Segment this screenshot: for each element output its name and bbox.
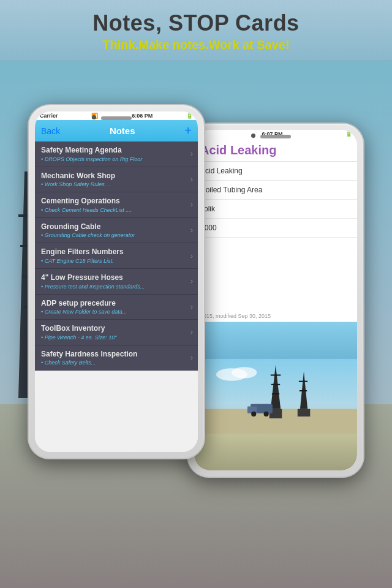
chevron-right-icon: › [190, 252, 193, 260]
detail-meta: 2015, modified Sep 30, 2015 [194, 311, 357, 322]
carrier-label: Carrier [40, 113, 58, 119]
left-phone-screen: Carrier 📶 6:06 PM 🔋 Back Notes + Safety … [35, 111, 198, 452]
phone-camera-left [92, 115, 96, 119]
detail-fields: Acid LeakingCoiled Tubing AreaTolik5000 [194, 162, 357, 311]
phone-camera-right [251, 134, 255, 138]
chevron-right-icon: › [190, 328, 193, 336]
left-nav-bar: Back Notes + [35, 120, 198, 141]
note-subtitle-0: • DROPS Objects inspection on Rig Floor [41, 156, 181, 162]
note-subtitle-6: • Create New Folder to save data... [41, 309, 181, 315]
note-subtitle-5: • Pressure test and Inspection standards… [41, 284, 181, 290]
detail-field-1: Coiled Tubing Area [194, 181, 357, 200]
app-title: Notes, STOP Cards [6, 11, 386, 36]
note-item-0[interactable]: Safety Meeting Agenda • DROPS Objects in… [35, 141, 198, 167]
nav-title: Notes [110, 126, 135, 136]
note-subtitle-8: • Check Safety Belts... [41, 360, 181, 366]
chevron-right-icon: › [190, 277, 193, 285]
detail-field-3: 5000 [194, 219, 357, 238]
back-button[interactable]: Back [41, 126, 60, 136]
left-phone: Carrier 📶 6:06 PM 🔋 Back Notes + Safety … [28, 104, 205, 459]
svg-rect-22 [271, 374, 281, 375]
note-item-1[interactable]: Mechanic Work Shop • Work Shop Safety Ru… [35, 167, 198, 193]
note-title-7: ToolBox Inventory [41, 324, 181, 334]
chevron-right-icon: › [190, 226, 193, 235]
note-item-2[interactable]: Cementing Operations • Check Cement Head… [35, 192, 198, 218]
note-item-7[interactable]: ToolBox Inventory • Pipe Wrench - 4 ea. … [35, 320, 198, 345]
right-phone: 6:07 PM 🔋 Acid Leaking Acid LeakingCoile… [187, 123, 364, 478]
field-value-3: 5000 [200, 224, 351, 232]
note-item-5[interactable]: 4" Low Pressure Hoses • Pressure test an… [35, 269, 198, 295]
chevron-right-icon: › [190, 149, 193, 158]
app-subtitle: Think.Make notes.Work at Save! [6, 38, 386, 52]
battery-icon: 🔋 [186, 113, 193, 119]
svg-rect-32 [300, 390, 307, 391]
phone-speaker-left [101, 116, 132, 120]
svg-rect-30 [298, 409, 310, 416]
right-battery-icon: 🔋 [345, 131, 352, 137]
time-display: 6:06 PM [132, 113, 153, 119]
field-value-2: Tolik [200, 205, 351, 213]
note-title-8: Safety Hardness Inspection [41, 350, 181, 360]
note-title-6: ADP setup precedure [41, 299, 181, 309]
svg-rect-24 [272, 393, 279, 394]
add-note-button[interactable]: + [184, 124, 192, 138]
svg-point-28 [264, 411, 269, 416]
detail-screen: Acid Leaking Acid LeakingCoiled Tubing A… [194, 138, 357, 470]
note-title-5: 4" Low Pressure Hoses [41, 273, 181, 283]
svg-point-19 [232, 367, 257, 378]
note-title-2: Cementing Operations [41, 197, 181, 206]
phone-speaker-right [260, 135, 291, 138]
notes-list: Safety Meeting Agenda • DROPS Objects in… [35, 141, 198, 452]
note-title-0: Safety Meeting Agenda [41, 146, 181, 156]
note-subtitle-7: • Pipe Wrench - 4 ea. Size: 10" [41, 334, 181, 341]
note-title-3: Grounding Cable [41, 222, 181, 232]
note-subtitle-1: • Work Shop Safety Rules ... [41, 181, 181, 187]
note-subtitle-2: • Check Cement Heads CheckList .... [41, 207, 181, 213]
chevron-right-icon: › [190, 200, 193, 209]
chevron-right-icon: › [190, 303, 193, 311]
note-title-1: Mechanic Work Shop [41, 172, 181, 181]
note-item-8[interactable]: Safety Hardness Inspection • Check Safet… [35, 345, 198, 371]
detail-field-2: Tolik [194, 200, 357, 219]
detail-image [194, 322, 357, 471]
svg-rect-23 [271, 383, 280, 385]
field-value-0: Acid Leaking [200, 167, 351, 175]
note-subtitle-3: • Grounding Cable check on generator [41, 232, 181, 238]
svg-point-27 [251, 411, 256, 416]
app-header: Notes, STOP Cards Think.Make notes.Work … [0, 0, 392, 62]
note-item-6[interactable]: ADP setup precedure • Create New Folder … [35, 295, 198, 320]
note-item-3[interactable]: Grounding Cable • Grounding Cable check … [35, 218, 198, 244]
svg-rect-31 [299, 380, 307, 382]
chevron-right-icon: › [190, 175, 193, 184]
detail-title: Acid Leaking [194, 138, 357, 162]
right-phone-screen: 6:07 PM 🔋 Acid Leaking Acid LeakingCoile… [194, 130, 357, 470]
chevron-right-icon: › [190, 353, 193, 362]
field-value-1: Coiled Tubing Area [200, 186, 351, 194]
note-title-4: Engine Filters Numbers [41, 247, 181, 257]
phones-container: Carrier 📶 6:06 PM 🔋 Back Notes + Safety … [0, 67, 392, 588]
note-item-4[interactable]: Engine Filters Numbers • CAT Engine C18 … [35, 243, 198, 269]
detail-field-0: Acid Leaking [194, 162, 357, 181]
note-subtitle-4: • CAT Engine C18 Filters List: [41, 258, 181, 264]
